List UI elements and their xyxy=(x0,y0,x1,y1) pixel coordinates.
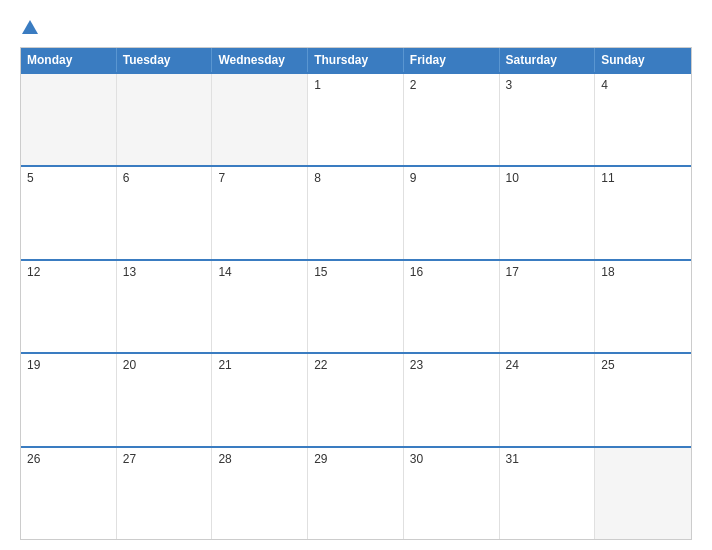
calendar-cell: 7 xyxy=(212,167,308,258)
calendar-cell: 12 xyxy=(21,261,117,352)
calendar-week-3: 12131415161718 xyxy=(21,259,691,352)
header-day-monday: Monday xyxy=(21,48,117,72)
calendar-cell: 11 xyxy=(595,167,691,258)
calendar-week-5: 262728293031 xyxy=(21,446,691,539)
day-number: 26 xyxy=(27,452,40,466)
calendar-cell xyxy=(21,74,117,165)
day-number: 7 xyxy=(218,171,225,185)
day-number: 16 xyxy=(410,265,423,279)
header-day-wednesday: Wednesday xyxy=(212,48,308,72)
day-number: 19 xyxy=(27,358,40,372)
calendar-cell xyxy=(595,448,691,539)
day-number: 30 xyxy=(410,452,423,466)
logo-triangle-icon xyxy=(22,20,38,34)
day-number: 24 xyxy=(506,358,519,372)
day-number: 15 xyxy=(314,265,327,279)
calendar-cell: 30 xyxy=(404,448,500,539)
day-number: 6 xyxy=(123,171,130,185)
calendar-header: MondayTuesdayWednesdayThursdayFridaySatu… xyxy=(21,48,691,72)
calendar-cell: 1 xyxy=(308,74,404,165)
header-day-sunday: Sunday xyxy=(595,48,691,72)
day-number: 20 xyxy=(123,358,136,372)
day-number: 28 xyxy=(218,452,231,466)
calendar-cell: 24 xyxy=(500,354,596,445)
calendar-cell: 16 xyxy=(404,261,500,352)
day-number: 2 xyxy=(410,78,417,92)
day-number: 4 xyxy=(601,78,608,92)
calendar-cell: 28 xyxy=(212,448,308,539)
calendar-cell: 27 xyxy=(117,448,213,539)
calendar-cell: 17 xyxy=(500,261,596,352)
calendar-cell: 10 xyxy=(500,167,596,258)
day-number: 23 xyxy=(410,358,423,372)
calendar-cell: 4 xyxy=(595,74,691,165)
calendar-cell: 9 xyxy=(404,167,500,258)
header-day-friday: Friday xyxy=(404,48,500,72)
calendar-cell: 18 xyxy=(595,261,691,352)
day-number: 25 xyxy=(601,358,614,372)
calendar-cell: 31 xyxy=(500,448,596,539)
calendar-body: 1234567891011121314151617181920212223242… xyxy=(21,72,691,539)
calendar-grid: MondayTuesdayWednesdayThursdayFridaySatu… xyxy=(20,47,692,540)
day-number: 9 xyxy=(410,171,417,185)
calendar-cell: 8 xyxy=(308,167,404,258)
calendar-week-2: 567891011 xyxy=(21,165,691,258)
day-number: 21 xyxy=(218,358,231,372)
calendar-cell: 20 xyxy=(117,354,213,445)
day-number: 11 xyxy=(601,171,614,185)
header-day-saturday: Saturday xyxy=(500,48,596,72)
day-number: 5 xyxy=(27,171,34,185)
logo-general-text xyxy=(20,20,38,39)
day-number: 18 xyxy=(601,265,614,279)
day-number: 1 xyxy=(314,78,321,92)
calendar-cell xyxy=(212,74,308,165)
day-number: 14 xyxy=(218,265,231,279)
calendar-cell: 22 xyxy=(308,354,404,445)
header-day-tuesday: Tuesday xyxy=(117,48,213,72)
day-number: 3 xyxy=(506,78,513,92)
logo xyxy=(20,20,38,39)
calendar-cell: 19 xyxy=(21,354,117,445)
header xyxy=(20,18,692,39)
header-day-thursday: Thursday xyxy=(308,48,404,72)
day-number: 22 xyxy=(314,358,327,372)
calendar-cell: 15 xyxy=(308,261,404,352)
calendar-page: MondayTuesdayWednesdayThursdayFridaySatu… xyxy=(0,0,712,550)
day-number: 29 xyxy=(314,452,327,466)
calendar-week-1: 1234 xyxy=(21,72,691,165)
calendar-cell xyxy=(117,74,213,165)
calendar-cell: 23 xyxy=(404,354,500,445)
calendar-cell: 14 xyxy=(212,261,308,352)
calendar-cell: 5 xyxy=(21,167,117,258)
calendar-cell: 2 xyxy=(404,74,500,165)
calendar-week-4: 19202122232425 xyxy=(21,352,691,445)
day-number: 12 xyxy=(27,265,40,279)
calendar-cell: 29 xyxy=(308,448,404,539)
calendar-cell: 6 xyxy=(117,167,213,258)
calendar-cell: 26 xyxy=(21,448,117,539)
calendar-cell: 25 xyxy=(595,354,691,445)
day-number: 31 xyxy=(506,452,519,466)
day-number: 13 xyxy=(123,265,136,279)
day-number: 17 xyxy=(506,265,519,279)
calendar-cell: 21 xyxy=(212,354,308,445)
day-number: 27 xyxy=(123,452,136,466)
calendar-cell: 13 xyxy=(117,261,213,352)
day-number: 10 xyxy=(506,171,519,185)
day-number: 8 xyxy=(314,171,321,185)
calendar-cell: 3 xyxy=(500,74,596,165)
